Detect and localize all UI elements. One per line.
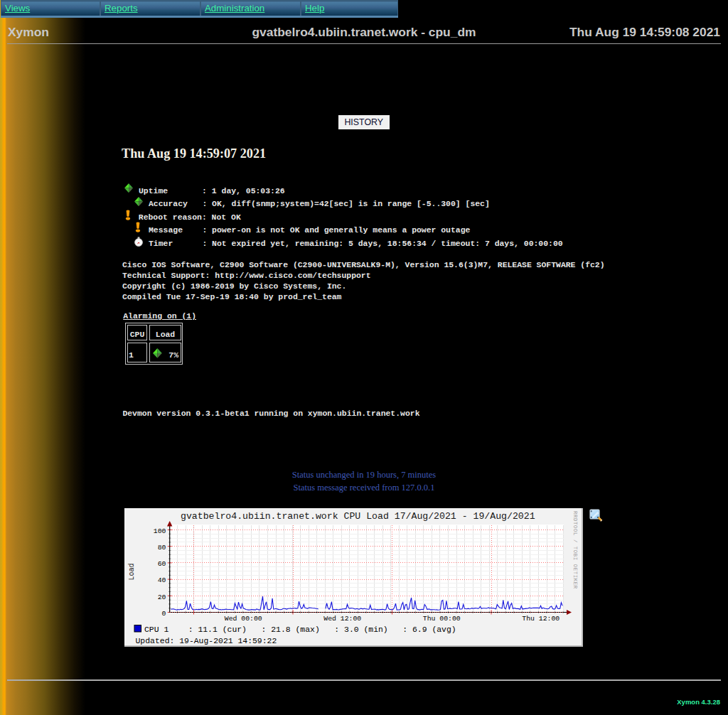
svg-text:Thu 12:00: Thu 12:00	[522, 615, 560, 623]
svg-text:Thu 00:00: Thu 00:00	[423, 615, 461, 623]
svg-text:80: 80	[158, 544, 166, 552]
svg-text:Wed 00:00: Wed 00:00	[225, 615, 262, 623]
svg-text:0: 0	[162, 610, 166, 618]
svg-text:20: 20	[158, 593, 166, 601]
svg-text:RRDTOOL / TOBI OETIKER: RRDTOOL / TOBI OETIKER	[572, 511, 578, 589]
svg-text:Wed 12:00: Wed 12:00	[323, 615, 361, 623]
svg-text:gvatbelro4.ubiin.tranet.work C: gvatbelro4.ubiin.tranet.work CPU Load 17…	[181, 511, 535, 522]
svg-text:60: 60	[158, 560, 166, 568]
svg-text:100: 100	[154, 527, 166, 535]
svg-text:CPU 1 : 11.1 (cur) : 21.8: CPU 1 : 11.1 (cur) : 21.8 (max) : 3.0 (m…	[144, 625, 456, 634]
svg-text:40: 40	[158, 576, 166, 584]
svg-text:Load: Load	[128, 563, 136, 580]
svg-text:Updated: 19-Aug-2021 14:59:22: Updated: 19-Aug-2021 14:59:22	[136, 636, 277, 645]
